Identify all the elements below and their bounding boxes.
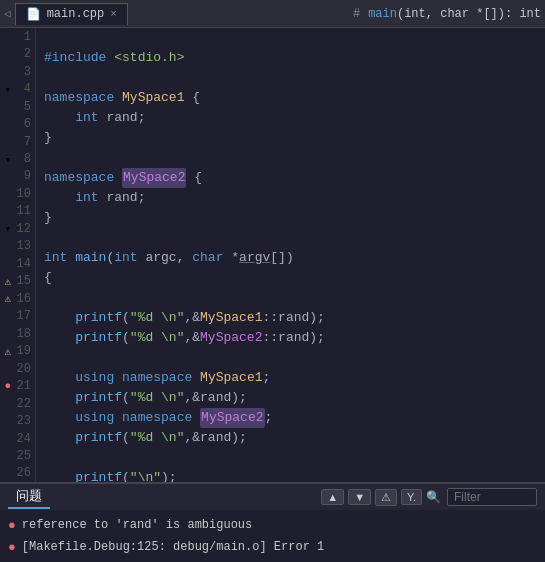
panel-up-button[interactable]: ▲ xyxy=(321,489,344,505)
gutter-row-19: ⚠19 xyxy=(0,342,35,359)
code-line-10: } xyxy=(44,208,545,228)
include-keyword: #include xyxy=(44,48,106,68)
code-line-7 xyxy=(44,148,545,168)
gutter-row-17: 17 xyxy=(0,308,35,325)
gutter-row-26: 26 xyxy=(0,465,35,482)
bottom-panel: 问题 ▲ ▼ ⚠ Y. 🔍 ● reference to 'rand' is a… xyxy=(0,482,545,562)
code-line-5: int rand; xyxy=(44,108,545,128)
message-text-2: [Makefile.Debug:125: debug/main.o] Error… xyxy=(22,540,324,554)
code-line-4: namespace MySpace1 { xyxy=(44,88,545,108)
message-row-1[interactable]: ● reference to 'rand' is ambiguous xyxy=(0,514,545,536)
gutter-row-25: 25 xyxy=(0,447,35,464)
function-signature: main(int, char *[]): int xyxy=(368,7,541,21)
search-icon: 🔍 xyxy=(426,490,441,505)
gutter-row-9: 9 xyxy=(0,168,35,185)
gutter-row-23: 23 xyxy=(0,412,35,429)
error-icon-msg2: ● xyxy=(8,540,16,555)
panel-down-button[interactable]: ▼ xyxy=(348,489,371,505)
code-line-1 xyxy=(44,28,545,48)
warning-icon-16: ⚠ xyxy=(0,292,16,305)
message-row-2[interactable]: ● [Makefile.Debug:125: debug/main.o] Err… xyxy=(0,536,545,558)
line-gutter: 1 2 3 ▾4 5 6 7 ▾8 9 10 11 ▾12 13 14 ⚠15 … xyxy=(0,28,36,482)
func-params: (int, char *[]): int xyxy=(397,7,541,21)
tab-label: main.cpp xyxy=(47,7,105,21)
gutter-row-13: 13 xyxy=(0,238,35,255)
gutter-row-24: 24 xyxy=(0,430,35,447)
gutter-row-21: ●21 xyxy=(0,377,35,394)
gutter-row-5: 5 xyxy=(0,98,35,115)
code-line-12: int main(int argc, char *argv[]) xyxy=(44,248,545,268)
gutter-row-22: 22 xyxy=(0,395,35,412)
code-line-14 xyxy=(44,288,545,308)
code-line-15: printf("%d \n",&MySpace1::rand); xyxy=(44,308,545,328)
tab-close-button[interactable]: × xyxy=(110,8,117,20)
code-line-13: { xyxy=(44,268,545,288)
code-line-17 xyxy=(44,348,545,368)
code-line-18: using namespace MySpace1; xyxy=(44,368,545,388)
panel-tab-bar: 问题 ▲ ▼ ⚠ Y. 🔍 xyxy=(0,484,545,510)
func-keyword: main xyxy=(368,7,397,21)
gutter-icon-4: ▾ xyxy=(0,83,16,96)
gutter-row-10: 10 xyxy=(0,185,35,202)
panel-filter-y-button[interactable]: Y. xyxy=(401,489,422,505)
gutter-row-6: 6 xyxy=(0,115,35,132)
gutter-row-18: 18 xyxy=(0,325,35,342)
code-line-2: #include <stdio.h> xyxy=(44,48,545,68)
title-bar: ◁ 📄 main.cpp × # main(int, char *[]): in… xyxy=(0,0,545,28)
gutter-row-15: ⚠15 xyxy=(0,273,35,290)
gutter-icon-8: ▾ xyxy=(0,153,16,166)
code-line-16: printf("%d \n",&MySpace2::rand); xyxy=(44,328,545,348)
code-line-22 xyxy=(44,448,545,468)
panel-messages: ● reference to 'rand' is ambiguous ● [Ma… xyxy=(0,510,545,562)
gutter-row-2: 2 xyxy=(0,45,35,62)
gutter-row-16: ⚠16 xyxy=(0,290,35,307)
gutter-row-12: ▾12 xyxy=(0,220,35,237)
code-line-23: printf("\n"); xyxy=(44,468,545,482)
gutter-row-8: ▾8 xyxy=(0,150,35,167)
file-tab[interactable]: 📄 main.cpp × xyxy=(15,3,128,25)
gutter-icon-12: ▾ xyxy=(0,222,16,235)
include-path: <stdio.h> xyxy=(114,48,184,68)
code-content[interactable]: #include <stdio.h> namespace MySpace1 { … xyxy=(36,28,545,482)
gutter-row-7: 7 xyxy=(0,133,35,150)
code-line-20: using namespace MySpace2; xyxy=(44,408,545,428)
editor-area: 1 2 3 ▾4 5 6 7 ▾8 9 10 11 ▾12 13 14 ⚠15 … xyxy=(0,28,545,482)
code-line-9: int rand; xyxy=(44,188,545,208)
code-line-8: namespace MySpace2 { xyxy=(44,168,545,188)
code-line-21: printf("%d \n",&rand); xyxy=(44,428,545,448)
breadcrumb: # main(int, char *[]): int xyxy=(353,7,541,21)
error-icon-msg1: ● xyxy=(8,518,16,533)
gutter-row-4: ▾4 xyxy=(0,80,35,97)
code-line-3 xyxy=(44,68,545,88)
gutter-row-14: 14 xyxy=(0,255,35,272)
problems-tab[interactable]: 问题 xyxy=(8,485,50,509)
gutter-row-20: 20 xyxy=(0,360,35,377)
error-icon-21: ● xyxy=(0,380,16,392)
gutter-row-1: 1 xyxy=(0,28,35,45)
tab-area: ◁ 📄 main.cpp × xyxy=(4,3,128,25)
filter-input[interactable] xyxy=(447,488,537,506)
panel-warning-filter-button[interactable]: ⚠ xyxy=(375,489,397,506)
message-text-1: reference to 'rand' is ambiguous xyxy=(22,518,252,532)
warning-icon-19: ⚠ xyxy=(0,345,16,358)
warning-icon-15: ⚠ xyxy=(0,275,16,288)
gutter-row-3: 3 xyxy=(0,63,35,80)
file-icon: 📄 xyxy=(26,7,41,22)
hash-label: # xyxy=(353,7,360,21)
gutter-row-11: 11 xyxy=(0,203,35,220)
code-line-19: printf("%d \n",&rand); xyxy=(44,388,545,408)
panel-toolbar: ▲ ▼ ⚠ Y. 🔍 xyxy=(321,488,537,506)
nav-back-icon[interactable]: ◁ xyxy=(4,7,11,20)
code-line-11 xyxy=(44,228,545,248)
code-line-6: } xyxy=(44,128,545,148)
